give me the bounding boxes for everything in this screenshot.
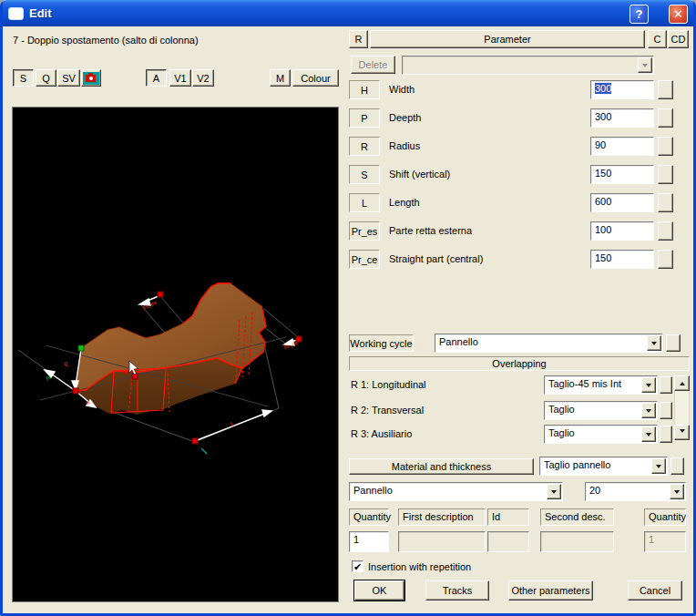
header-second-desc: Second desc.: [540, 508, 614, 526]
quantity-input[interactable]: 1: [349, 531, 389, 552]
overlapping-header: Overlapping: [349, 356, 690, 371]
scroll-down-button[interactable]: [674, 425, 690, 440]
header-first-description: First description: [398, 508, 486, 526]
r3-label: R 3: Ausiliario: [351, 428, 412, 439]
param-key-h: H: [349, 80, 380, 99]
shape-description: 7 - Doppio spostamento (salto di colonna…: [13, 35, 199, 46]
3d-viewport[interactable]: P H R Pr_es Pr_ce L: [12, 107, 339, 602]
material-cycle-dropdown-button[interactable]: [651, 458, 666, 474]
toolbar-sv-button[interactable]: SV: [57, 69, 80, 87]
chevron-down-icon: [642, 64, 648, 70]
material-thickness-button[interactable]: Material and thickness: [349, 458, 534, 475]
r-button[interactable]: R: [349, 30, 368, 48]
id-input: [487, 531, 529, 552]
r1-dropdown[interactable]: Taglio-45 mis Int: [544, 375, 658, 395]
deepth-input[interactable]: 300: [590, 108, 654, 128]
help-button[interactable]: ?: [629, 5, 649, 24]
colour-button[interactable]: Colour: [292, 69, 339, 87]
camera-icon: [83, 72, 99, 85]
r3-dropdown-button[interactable]: [641, 426, 656, 442]
straight-part-aux-button[interactable]: [658, 250, 673, 269]
r2-dropdown-button[interactable]: [641, 403, 656, 418]
parameter-header-button[interactable]: Parameter: [370, 30, 645, 48]
material-dropdown-button[interactable]: [547, 484, 561, 499]
handle-red-tick: [124, 371, 128, 374]
working-cycle-label: Working cycle: [349, 334, 414, 352]
radius-aux-button[interactable]: [658, 137, 673, 156]
chevron-down-icon: [680, 429, 685, 436]
scroll-up-button[interactable]: [674, 375, 690, 391]
straight-part-input[interactable]: 150: [590, 250, 654, 269]
working-cycle-aux-button[interactable]: [666, 334, 681, 352]
header-quantity-1: Quantity: [349, 508, 389, 526]
quantity2-input: 1: [644, 531, 686, 552]
chevron-down-icon: [651, 342, 657, 348]
param-label-parte-retta: Parte retta esterna: [389, 225, 472, 236]
material-cycle-dropdown[interactable]: Taglio pannello: [539, 457, 668, 476]
length-input[interactable]: 600: [590, 193, 654, 212]
toolbar-m-button[interactable]: M: [270, 69, 291, 87]
thickness-dropdown-button[interactable]: [670, 484, 684, 499]
chevron-down-icon: [646, 384, 651, 390]
toolbar-s-button[interactable]: S: [13, 69, 34, 87]
dim-label-prce: Pr_ce: [283, 339, 299, 351]
r2-dropdown[interactable]: Taglio: [544, 401, 658, 420]
r2-aux-button[interactable]: [660, 402, 672, 419]
3d-shape-render: P H R Pr_es Pr_ce L: [13, 108, 338, 601]
header-id: Id: [487, 508, 529, 526]
working-cycle-dropdown[interactable]: Pannello: [435, 334, 663, 353]
close-icon[interactable]: ✕: [669, 5, 688, 24]
material-aux-button[interactable]: [670, 457, 684, 475]
radius-input[interactable]: 90: [590, 137, 654, 156]
edit-dialog: Edit ? ✕ 7 - Doppio spostamento (salto d…: [0, 0, 696, 616]
toolbar-q-button[interactable]: Q: [36, 69, 56, 87]
other-parameters-button[interactable]: Other parameters: [508, 580, 593, 601]
delete-button[interactable]: Delete: [351, 56, 395, 74]
r3-aux-button[interactable]: [660, 426, 672, 443]
material-dropdown[interactable]: Pannello: [349, 482, 563, 501]
titlebar[interactable]: Edit: [0, 0, 696, 26]
deepth-aux-button[interactable]: [658, 108, 673, 128]
r3-dropdown[interactable]: Taglio: [544, 425, 658, 444]
chevron-up-icon: [680, 382, 685, 385]
param-label-shift: Shift (vertical): [389, 169, 450, 180]
parte-retta-aux-button[interactable]: [658, 221, 673, 241]
dim-label-p: P: [63, 361, 70, 368]
chevron-down-icon: [551, 490, 557, 497]
preset-dropdown-button[interactable]: [638, 57, 652, 73]
ok-button[interactable]: OK: [354, 580, 404, 601]
toolbar-a-button[interactable]: A: [146, 69, 167, 87]
c-button[interactable]: C: [648, 30, 667, 48]
width-input[interactable]: 300: [590, 80, 654, 99]
preset-dropdown[interactable]: [402, 56, 654, 75]
length-aux-button[interactable]: [658, 193, 673, 212]
window-title: Edit: [29, 6, 52, 20]
shift-aux-button[interactable]: [658, 165, 673, 184]
second-desc-input: [540, 531, 614, 552]
chevron-down-icon: [674, 490, 680, 497]
handle-green: [78, 345, 84, 351]
param-key-r: R: [349, 137, 380, 156]
shift-input[interactable]: 150: [590, 165, 654, 184]
camera-button[interactable]: [81, 69, 101, 87]
width-aux-button[interactable]: [658, 80, 673, 99]
param-key-s: S: [349, 165, 380, 184]
toolbar-v2-button[interactable]: V2: [192, 69, 214, 87]
thickness-dropdown[interactable]: 20: [585, 482, 686, 501]
first-description-input: [398, 531, 486, 552]
tracks-button[interactable]: Tracks: [425, 580, 489, 601]
param-label-length: Length: [389, 197, 420, 208]
handle-red-left: [73, 388, 78, 394]
param-label-straight-part: Straight part (central): [389, 253, 483, 264]
cancel-button[interactable]: Cancel: [628, 580, 682, 601]
r1-dropdown-button[interactable]: [641, 377, 656, 393]
parte-retta-input[interactable]: 100: [590, 221, 654, 241]
toolbar-v1-button[interactable]: V1: [169, 69, 191, 87]
handle-red-right: [296, 336, 302, 342]
cd-button[interactable]: CD: [668, 30, 689, 48]
scrollbar-track[interactable]: [674, 391, 690, 425]
working-cycle-dropdown-button[interactable]: [647, 335, 661, 351]
repetition-checkbox[interactable]: ✔: [352, 560, 363, 572]
r1-aux-button[interactable]: [660, 376, 672, 394]
param-key-prce: Pr_ce: [349, 250, 380, 269]
